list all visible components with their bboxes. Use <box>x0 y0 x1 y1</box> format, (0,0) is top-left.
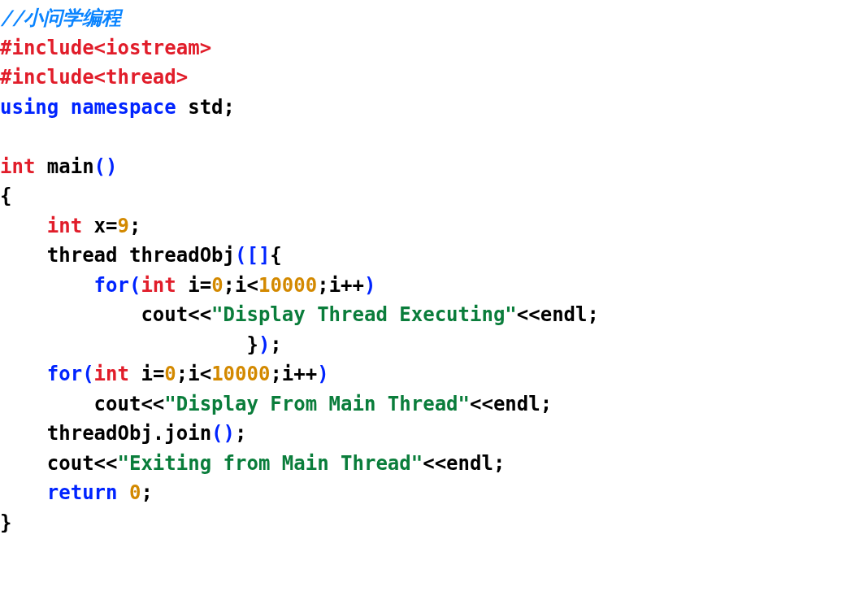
endl-ident: endl <box>540 303 588 326</box>
semicolon: ; <box>235 422 246 445</box>
ltlt-op: << <box>141 393 164 415</box>
ltlt-op: << <box>94 452 118 475</box>
ipp: i++ <box>329 274 364 297</box>
num-10000: 10000 <box>211 363 270 385</box>
std-ident: std <box>188 96 223 119</box>
author-comment: //小问学编程 <box>0 7 121 29</box>
cout-ident: cout <box>94 393 141 415</box>
include-iostream: #include<iostream> <box>0 37 211 59</box>
indent <box>0 274 94 297</box>
rbrace: } <box>0 511 11 534</box>
rbracket: ] <box>258 244 270 267</box>
indent <box>0 481 47 504</box>
int-type: int <box>0 155 35 178</box>
indent <box>0 303 141 326</box>
lparen: ( <box>211 422 223 445</box>
semicolon: ; <box>270 333 281 356</box>
lbrace: { <box>270 244 281 267</box>
lparen: ( <box>235 244 246 267</box>
code-block: //小问学编程 #include<iostream> #include<thre… <box>0 0 868 537</box>
i-ident: i <box>235 274 246 297</box>
lt-op: < <box>200 363 211 385</box>
rbrace: } <box>246 333 258 356</box>
ltlt-op: << <box>517 303 540 326</box>
num-0: 0 <box>164 363 176 385</box>
int-type: int <box>47 215 82 237</box>
eq-op: = <box>153 363 164 385</box>
namespace-keyword: namespace <box>71 96 176 119</box>
semicolon: ; <box>141 481 152 504</box>
rparen: ) <box>258 333 270 356</box>
semicolon: ; <box>540 393 552 415</box>
semicolon: ; <box>129 215 141 237</box>
ltlt-op: << <box>423 452 446 475</box>
rparen: ) <box>317 363 328 385</box>
lbracket: [ <box>246 244 258 267</box>
str-exiting: "Exiting from Main Thread" <box>118 452 423 475</box>
for-keyword: for <box>94 274 129 297</box>
ltlt-op: << <box>470 393 493 415</box>
semicolon: ; <box>224 96 235 119</box>
lbrace: { <box>0 185 11 207</box>
threadObj-ident: threadObj <box>129 244 235 267</box>
indent <box>0 452 47 475</box>
lparen: ( <box>82 363 93 385</box>
cout-ident: cout <box>141 303 188 326</box>
num-10000: 10000 <box>258 274 317 297</box>
threadObj-ident: threadObj <box>47 422 153 445</box>
indent <box>0 244 47 267</box>
for-keyword: for <box>47 363 82 385</box>
i-ident: i <box>141 363 152 385</box>
join-fn: join <box>164 422 211 445</box>
rparen: ) <box>364 274 375 297</box>
using-keyword: using <box>0 96 59 119</box>
rparen: ) <box>106 155 117 178</box>
num-0: 0 <box>129 481 141 504</box>
endl-ident: endl <box>493 393 540 415</box>
semicolon: ; <box>317 274 328 297</box>
str-display-main: "Display From Main Thread" <box>164 393 470 415</box>
semicolon: ; <box>587 303 598 326</box>
i-ident: i <box>188 274 199 297</box>
semicolon: ; <box>224 274 235 297</box>
indent <box>0 333 246 356</box>
lparen: ( <box>94 155 106 178</box>
num-9: 9 <box>118 215 129 237</box>
indent <box>0 422 47 445</box>
cout-ident: cout <box>47 452 94 475</box>
str-display-thread-exec: "Display Thread Executing" <box>211 303 517 326</box>
eq-op: = <box>106 215 117 237</box>
dot: . <box>153 422 164 445</box>
rparen: ) <box>224 422 235 445</box>
x-ident: x <box>94 215 106 237</box>
indent <box>0 363 47 385</box>
i-ident: i <box>188 363 199 385</box>
eq-op: = <box>200 274 211 297</box>
semicolon: ; <box>176 363 188 385</box>
indent <box>0 393 94 415</box>
int-type: int <box>94 363 129 385</box>
main-fn: main <box>47 155 94 178</box>
int-type: int <box>141 274 176 297</box>
lparen: ( <box>129 274 141 297</box>
endl-ident: endl <box>446 452 493 475</box>
ipp: i++ <box>282 363 317 385</box>
semicolon: ; <box>493 452 505 475</box>
return-keyword: return <box>47 481 118 504</box>
semicolon: ; <box>270 363 281 385</box>
ltlt-op: << <box>188 303 211 326</box>
thread-type: thread <box>47 244 118 267</box>
num-0: 0 <box>211 274 223 297</box>
include-thread: #include<thread> <box>0 66 188 89</box>
lt-op: < <box>246 274 258 297</box>
indent <box>0 215 47 237</box>
